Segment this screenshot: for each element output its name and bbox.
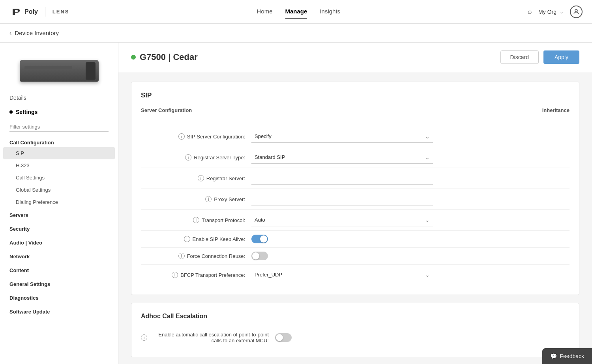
sidebar-item-call-settings[interactable]: Call Settings: [0, 172, 118, 184]
sidebar-item-settings[interactable]: Settings: [0, 105, 118, 119]
sip-server-config-row: i SIP Server Configuration: Specify Auto: [141, 126, 570, 147]
toggle-knob: [260, 235, 267, 243]
sidebar-item-content[interactable]: Content: [0, 263, 118, 277]
sip-section: SIP Server Configuration Inheritance i S…: [131, 82, 579, 295]
sidebar-item-security[interactable]: Security: [0, 222, 118, 236]
inheritance-label: Inheritance: [542, 107, 570, 113]
info-icon-registrar-type[interactable]: i: [185, 154, 191, 161]
feedback-button[interactable]: 💬 Feedback: [542, 348, 592, 364]
sidebar-item-audio-video[interactable]: Audio | Video: [0, 236, 118, 250]
info-icon-escalation[interactable]: i: [141, 334, 147, 341]
enable-sip-keep-alive-control: [251, 235, 433, 243]
breadcrumb-text[interactable]: Device Inventory: [15, 30, 59, 36]
org-selector[interactable]: My Org ⌄: [538, 9, 564, 15]
force-connection-reuse-control: [251, 252, 433, 260]
info-icon-sip-server[interactable]: i: [178, 133, 185, 140]
registrar-server-type-select-wrapper: Standard SIP Microsoft: [251, 151, 433, 164]
sip-server-config-select[interactable]: Specify Auto: [251, 130, 433, 143]
discard-button[interactable]: Discard: [500, 50, 539, 64]
logo: Poly LENS: [9, 6, 69, 18]
info-icon-registrar-server[interactable]: i: [198, 175, 204, 181]
bfcp-transport-select-wrapper: Prefer_UDP Prefer_TCP: [251, 269, 433, 281]
sidebar-item-general-settings[interactable]: General Settings: [0, 277, 118, 291]
back-button[interactable]: ‹: [9, 30, 11, 37]
main-layout: Details Settings Call Configuration SIP …: [0, 43, 592, 364]
proxy-server-input[interactable]: [251, 193, 433, 205]
sidebar-item-global-settings[interactable]: Global Settings: [0, 184, 118, 196]
logo-divider: [45, 7, 45, 17]
enable-escalation-control: [275, 333, 457, 342]
settings-label: Settings: [16, 109, 37, 115]
registrar-server-type-select[interactable]: Standard SIP Microsoft: [251, 151, 433, 164]
details-label: Details: [9, 95, 26, 101]
nav-home[interactable]: Home: [257, 5, 273, 19]
nav-manage[interactable]: Manage: [285, 5, 307, 19]
sip-server-config-control: Specify Auto: [251, 130, 433, 143]
sidebar-item-software-update[interactable]: Software Update: [0, 305, 118, 319]
registrar-server-row: i Registrar Server:: [141, 168, 570, 189]
sidebar-section-call-config: Call Configuration SIP H.323 Call Settin…: [0, 136, 118, 208]
force-connection-reuse-toggle[interactable]: [251, 252, 268, 260]
sidebar-item-details[interactable]: Details: [0, 91, 118, 105]
filter-settings-wrapper: [0, 119, 118, 136]
transport-protocol-label: i Transport Protocol:: [141, 217, 251, 223]
info-icon-transport[interactable]: i: [193, 217, 199, 223]
settings-content: SIP Server Configuration Inheritance i S…: [118, 72, 592, 364]
nav-insights[interactable]: Insights: [320, 5, 340, 19]
proxy-server-label: i Proxy Server:: [141, 196, 251, 202]
bfcp-transport-select[interactable]: Prefer_UDP Prefer_TCP: [251, 269, 433, 281]
device-title: G7500 | Cedar: [131, 52, 198, 62]
apply-button[interactable]: Apply: [543, 50, 579, 64]
enable-sip-keep-alive-row: i Enable SIP Keep Alive:: [141, 231, 570, 248]
nav-right: ⌕ My Org ⌄: [528, 6, 583, 18]
bfcp-transport-control: Prefer_UDP Prefer_TCP: [251, 269, 433, 281]
sip-title: SIP: [141, 91, 570, 99]
sidebar-item-servers[interactable]: Servers: [0, 208, 118, 222]
device-thumbnail: [20, 57, 99, 84]
sidebar-item-network[interactable]: Network: [0, 250, 118, 263]
sidebar: Details Settings Call Configuration SIP …: [0, 43, 118, 364]
registrar-server-label: i Registrar Server:: [141, 175, 251, 181]
feedback-label: Feedback: [560, 353, 584, 359]
sidebar-item-dialing-preference[interactable]: Dialing Preference: [0, 196, 118, 208]
info-icon-force-reuse[interactable]: i: [178, 253, 185, 259]
server-config-label: Server Configuration: [141, 107, 192, 113]
breadcrumb-bar: ‹ Device Inventory: [0, 24, 592, 43]
header-actions: Discard Apply: [500, 50, 580, 64]
user-icon[interactable]: [570, 6, 583, 18]
registrar-server-control: [251, 172, 433, 185]
transport-protocol-row: i Transport Protocol: Auto TCP UDP TLS: [141, 210, 570, 231]
transport-protocol-control: Auto TCP UDP TLS: [251, 214, 433, 226]
device-name: G7500 | Cedar: [140, 52, 198, 62]
enable-sip-keep-alive-toggle[interactable]: [251, 235, 268, 243]
registrar-server-input[interactable]: [251, 172, 433, 185]
adhoc-section: Adhoc Call Escalation i Enable automatic…: [131, 303, 579, 357]
info-icon-proxy-server[interactable]: i: [205, 196, 212, 202]
info-icon-bfcp[interactable]: i: [172, 272, 178, 278]
sidebar-item-h323[interactable]: H.323: [0, 159, 118, 172]
poly-logo-icon: [9, 6, 22, 18]
search-icon[interactable]: ⌕: [528, 7, 532, 16]
filter-settings-input[interactable]: [9, 122, 109, 132]
enable-escalation-toggle[interactable]: [275, 333, 292, 342]
chevron-down-icon: ⌄: [560, 9, 564, 15]
transport-protocol-select[interactable]: Auto TCP UDP TLS: [251, 214, 433, 226]
toggle-knob-3: [276, 334, 283, 341]
poly-text: Poly: [24, 8, 38, 15]
lens-text: LENS: [52, 9, 69, 15]
feedback-icon: 💬: [550, 353, 557, 359]
sidebar-item-diagnostics[interactable]: Diagnostics: [0, 291, 118, 305]
info-icon-sip-keep-alive[interactable]: i: [184, 236, 190, 242]
registrar-server-type-label: i Registrar Server Type:: [141, 154, 251, 161]
sidebar-item-sip[interactable]: SIP: [3, 147, 115, 159]
adhoc-title: Adhoc Call Escalation: [141, 313, 570, 320]
force-connection-reuse-row: i Force Connection Reuse:: [141, 248, 570, 265]
device-header: G7500 | Cedar Discard Apply: [118, 43, 592, 72]
org-name: My Org: [538, 9, 556, 15]
nav-links: Home Manage Insights: [69, 5, 528, 19]
section-header-row: Server Configuration Inheritance: [141, 107, 570, 118]
force-connection-reuse-label: i Force Connection Reuse:: [141, 253, 251, 259]
sip-server-config-select-wrapper: Specify Auto: [251, 130, 433, 143]
bfcp-transport-row: i BFCP Transport Preference: Prefer_UDP …: [141, 265, 570, 285]
active-dot: [9, 110, 13, 114]
